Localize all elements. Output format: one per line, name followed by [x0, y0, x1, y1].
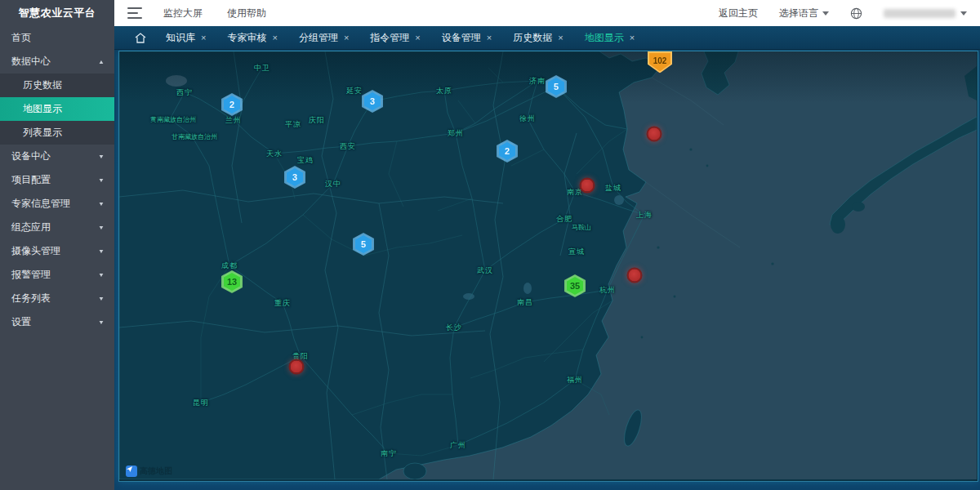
- cluster-blue-marker[interactable]: 3: [284, 166, 305, 189]
- content-area: 西宁中卫兰州黄南藏族自治州甘南藏族自治州天水平凉庆阳延安西安宝鸡汉中太原郑州济南…: [114, 49, 980, 490]
- map-city-label: 延安: [346, 86, 363, 96]
- chevron-down-icon: ▼: [98, 225, 105, 231]
- cluster-blue-marker[interactable]: 2: [497, 140, 518, 163]
- red-circle-icon: [580, 178, 595, 194]
- tab-item[interactable]: 分组管理×: [288, 26, 359, 49]
- chevron-up-icon: ▲: [98, 59, 105, 65]
- sidebar-item-label: 首页: [11, 31, 31, 45]
- chevron-down-icon: ▼: [98, 177, 105, 184]
- red-circle-icon: [647, 127, 662, 142]
- collapse-sidebar-icon[interactable]: [127, 7, 142, 19]
- tabbar: 知识库×专家审核×分组管理×指令管理×设备管理×历史数据×地图显示×: [114, 26, 980, 50]
- tab-item[interactable]: 设备管理×: [431, 26, 502, 49]
- sidebar-item[interactable]: 数据中心▲: [0, 50, 114, 74]
- tab-item[interactable]: 指令管理×: [359, 26, 430, 49]
- chevron-down-icon: ▼: [98, 201, 105, 207]
- hexagon-cluster-icon: 3: [362, 90, 383, 113]
- map-city-label: 南昌: [517, 297, 533, 308]
- map-city-label: 太原: [436, 86, 452, 96]
- map-city-label: 济南: [529, 76, 546, 87]
- sidebar-item-label: 摄像头管理: [11, 244, 60, 258]
- cluster-blue-marker[interactable]: 5: [353, 233, 374, 256]
- tab-close-icon[interactable]: ×: [201, 33, 206, 42]
- sidebar-item[interactable]: 项目配置▼: [0, 168, 114, 192]
- nav-monitor-screen[interactable]: 监控大屏: [163, 7, 203, 20]
- tab-list: 知识库×专家审核×分组管理×指令管理×设备管理×历史数据×地图显示×: [155, 26, 645, 49]
- alarm-point-marker[interactable]: [580, 178, 595, 194]
- cluster-count: 13: [224, 273, 240, 291]
- cluster-count: 3: [364, 92, 381, 110]
- sidebar-item[interactable]: 组态应用▼: [0, 216, 114, 239]
- alarm-point-marker[interactable]: [647, 127, 662, 142]
- sidebar-item[interactable]: 设备中心▼: [0, 145, 114, 168]
- amap-logo-icon[interactable]: [126, 466, 137, 477]
- alarm-point-marker[interactable]: [627, 268, 643, 283]
- map-city-label: 合肥: [556, 214, 572, 225]
- language-label: 选择语言: [779, 7, 818, 20]
- map-city-label: 武汉: [477, 265, 493, 276]
- cluster-blue-marker[interactable]: 3: [362, 90, 383, 113]
- chevron-down-icon: ▼: [98, 154, 105, 160]
- tab-close-icon[interactable]: ×: [272, 33, 277, 42]
- tab-close-icon[interactable]: ×: [344, 33, 349, 42]
- tab-label: 指令管理: [370, 31, 409, 45]
- cluster-green-marker[interactable]: 35: [564, 274, 586, 297]
- sidebar-item-label: 组态应用: [11, 220, 51, 234]
- map-city-label: 平凉: [285, 119, 301, 130]
- sidebar-item[interactable]: 历史数据: [0, 74, 114, 97]
- sidebar-item[interactable]: 地图显示: [0, 97, 114, 121]
- tab-item[interactable]: 知识库×: [155, 26, 216, 49]
- tab-item[interactable]: 历史数据×: [502, 26, 573, 49]
- user-menu[interactable]: [884, 9, 967, 18]
- map-city-label: 宝鸡: [297, 155, 314, 166]
- map-base-layer: [119, 51, 977, 479]
- red-circle-icon: [289, 359, 305, 375]
- tab-label: 分组管理: [299, 31, 338, 45]
- nav-help[interactable]: 使用帮助: [227, 7, 266, 20]
- hexagon-cluster-icon: 5: [353, 233, 374, 256]
- cluster-orange-marker[interactable]: 102: [648, 51, 672, 74]
- username-redacted: [884, 9, 956, 18]
- tab-close-icon[interactable]: ×: [415, 33, 420, 42]
- cluster-green-marker[interactable]: 13: [221, 270, 243, 293]
- hexagon-cluster-icon: 3: [284, 166, 305, 189]
- sidebar-item[interactable]: 任务列表▼: [0, 287, 114, 310]
- sidebar-item[interactable]: 报警管理▼: [0, 263, 114, 287]
- home-icon: [135, 33, 146, 43]
- cluster-blue-marker[interactable]: 2: [221, 93, 243, 116]
- back-home-link[interactable]: 返回主页: [719, 7, 758, 20]
- language-select[interactable]: 选择语言: [779, 7, 829, 20]
- sidebar-item-label: 地图显示: [23, 102, 62, 116]
- cluster-blue-marker[interactable]: 5: [546, 75, 567, 98]
- map-canvas[interactable]: 西宁中卫兰州黄南藏族自治州甘南藏族自治州天水平凉庆阳延安西安宝鸡汉中太原郑州济南…: [118, 51, 978, 482]
- tab-close-icon[interactable]: ×: [558, 33, 563, 42]
- cluster-count: 5: [355, 235, 372, 253]
- alarm-point-marker[interactable]: [289, 359, 305, 375]
- sidebar-item[interactable]: 摄像头管理▼: [0, 239, 114, 263]
- tab-close-icon[interactable]: ×: [630, 33, 635, 42]
- tab-active[interactable]: 地图显示×: [574, 26, 645, 49]
- hexagon-cluster-icon: 35: [564, 274, 586, 297]
- sidebar-item-label: 任务列表: [11, 292, 51, 305]
- sidebar-item-label: 列表显示: [23, 126, 62, 140]
- map-attribution-text: 高德地图: [140, 466, 172, 477]
- sidebar: 智慧农业云平台 首页数据中心▲历史数据地图显示列表显示设备中心▼项目配置▼专家信…: [0, 0, 114, 490]
- tab-item[interactable]: 专家审核×: [216, 26, 287, 49]
- map-attribution: 高德地图: [126, 466, 172, 477]
- sidebar-item[interactable]: 列表显示: [0, 121, 114, 145]
- topbar-right: 返回主页 选择语言: [719, 7, 967, 20]
- map-city-label: 黄南藏族自治州: [150, 115, 196, 124]
- chevron-down-icon: ▼: [98, 248, 105, 255]
- map-city-label: 马鞍山: [572, 223, 591, 232]
- tab-close-icon[interactable]: ×: [487, 33, 492, 42]
- sidebar-item-label: 专家信息管理: [11, 197, 70, 211]
- chevron-down-icon: [960, 11, 967, 16]
- sidebar-item[interactable]: 专家信息管理▼: [0, 192, 114, 216]
- map-city-label: 庆阳: [309, 115, 325, 126]
- map-city-label: 杭州: [599, 285, 616, 296]
- sidebar-item[interactable]: 设置▼: [0, 310, 114, 334]
- home-tab-button[interactable]: [126, 33, 155, 43]
- globe-icon[interactable]: [850, 7, 862, 20]
- sidebar-item[interactable]: 首页: [0, 26, 114, 50]
- map-city-label: 兰州: [225, 115, 242, 126]
